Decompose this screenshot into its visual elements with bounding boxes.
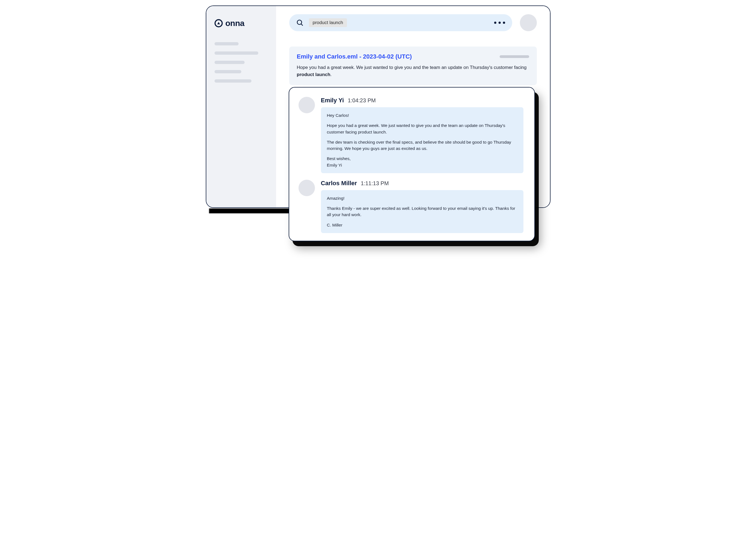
avatar xyxy=(299,180,315,196)
sidebar-item-placeholder[interactable] xyxy=(215,79,251,83)
result-title: Emily and Carlos.eml - 2023-04-02 (UTC) xyxy=(297,53,412,60)
brand-name: onna xyxy=(225,19,245,28)
message: Emily Yi 1:04:23 PM Hey Carlos! Hope you… xyxy=(299,97,523,173)
sidebar-item-placeholder[interactable] xyxy=(215,61,245,64)
sent-time: 1:04:23 PM xyxy=(348,97,376,104)
message-line: Thanks Emily - we are super excited as w… xyxy=(327,205,517,213)
message-signature: Best wishes, Emily Yi xyxy=(327,155,517,168)
result-meta-placeholder xyxy=(500,55,529,58)
snippet-text: . xyxy=(330,72,332,77)
sent-time: 1:11:13 PM xyxy=(361,180,389,187)
sender-name: Carlos Miller xyxy=(321,180,357,187)
svg-line-2 xyxy=(301,24,302,25)
message-line: Hey Carlos! xyxy=(327,112,517,118)
message-body: Amazing! Thanks Emily - we are super exc… xyxy=(321,190,523,213)
more-icon[interactable] xyxy=(494,22,505,24)
message-line: Hope you had a great week. We just wante… xyxy=(327,122,517,135)
search-icon xyxy=(296,19,303,26)
snippet-text: Hope you had a great week. We just wante… xyxy=(297,65,527,70)
search-bar[interactable]: product launch xyxy=(289,14,512,31)
result-snippet: Hope you had a great week. We just wante… xyxy=(297,64,529,79)
sidebar-item-placeholder[interactable] xyxy=(215,51,258,55)
search-result-card[interactable]: Emily and Carlos.eml - 2023-04-02 (UTC) … xyxy=(289,47,537,85)
avatar xyxy=(299,97,315,113)
message: Carlos Miller 1:11:13 PM Amazing! Thanks… xyxy=(299,180,523,213)
message-line: The dev team is checking over the final … xyxy=(327,139,517,152)
sidebar-item-placeholder[interactable] xyxy=(215,42,239,45)
snippet-highlight: product launch xyxy=(297,72,331,77)
sidebar: onna xyxy=(206,6,276,207)
message-line: Amazing! xyxy=(327,195,517,201)
window-shadow xyxy=(209,208,294,213)
logo-icon xyxy=(215,19,223,27)
top-bar: product launch xyxy=(289,14,537,31)
brand-logo[interactable]: onna xyxy=(215,19,268,28)
user-avatar[interactable] xyxy=(520,14,537,31)
svg-marker-0 xyxy=(217,22,220,24)
sender-name: Emily Yi xyxy=(321,97,344,104)
email-thread-panel: Emily Yi 1:04:23 PM Hey Carlos! Hope you… xyxy=(289,87,535,213)
search-chip[interactable]: product launch xyxy=(309,18,347,27)
sidebar-item-placeholder[interactable] xyxy=(215,70,241,73)
message-body: Hey Carlos! Hope you had a great week. W… xyxy=(321,107,523,173)
